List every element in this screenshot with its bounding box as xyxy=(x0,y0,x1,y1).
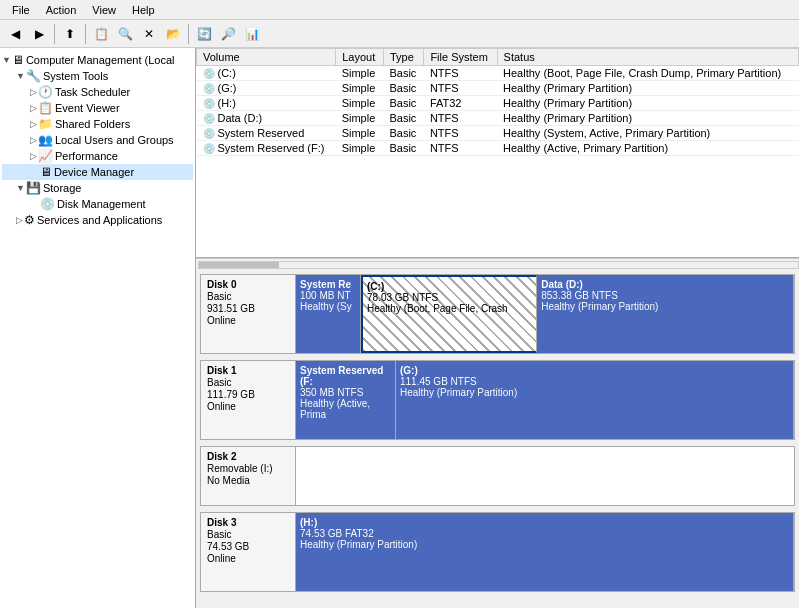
tree-storage[interactable]: ▼ 💾 Storage xyxy=(2,180,193,196)
table-row[interactable]: 💿System Reserved (F:) Simple Basic NTFS … xyxy=(197,141,799,156)
disk-name: Disk 2 xyxy=(207,451,289,462)
cell-fs: NTFS xyxy=(424,111,497,126)
disk-info: Disk 1 Basic 111.79 GB Online xyxy=(201,361,296,439)
tree-root-item[interactable]: ▼ 🖥 Computer Management (Local xyxy=(2,52,193,68)
event-label: Event Viewer xyxy=(55,102,120,114)
cell-fs: NTFS xyxy=(424,141,497,156)
col-volume[interactable]: Volume xyxy=(197,49,336,66)
table-row[interactable]: 💿System Reserved Simple Basic NTFS Healt… xyxy=(197,126,799,141)
tree-event-viewer[interactable]: ▷ 📋 Event Viewer xyxy=(2,100,193,116)
cell-fs: FAT32 xyxy=(424,96,497,111)
services-expand: ▷ xyxy=(16,215,23,225)
toolbar-sep2 xyxy=(85,24,86,44)
menu-help[interactable]: Help xyxy=(124,4,163,16)
tree-task-scheduler[interactable]: ▷ 🕐 Task Scheduler xyxy=(2,84,193,100)
part-name: (H:) xyxy=(300,517,789,528)
partition-block[interactable]: System Re 100 MB NT Healthy (Sy xyxy=(296,275,361,353)
tree-system-tools[interactable]: ▼ 🔧 System Tools xyxy=(2,68,193,84)
toolbar-search[interactable]: 🔍 xyxy=(114,23,136,45)
part-name: (G:) xyxy=(400,365,789,376)
system-tools-label: System Tools xyxy=(43,70,108,82)
cell-volume: 💿System Reserved xyxy=(197,126,336,141)
part-size: 111.45 GB NTFS xyxy=(400,376,789,387)
col-layout[interactable]: Layout xyxy=(336,49,384,66)
task-icon: 🕐 xyxy=(38,85,53,99)
partition-block[interactable]: System Reserved (F: 350 MB NTFS Healthy … xyxy=(296,361,396,439)
toolbar-export[interactable]: 🔎 xyxy=(217,23,239,45)
table-row[interactable]: 💿Data (D:) Simple Basic NTFS Healthy (Pr… xyxy=(197,111,799,126)
table-row[interactable]: 💿(H:) Simple Basic FAT32 Healthy (Primar… xyxy=(197,96,799,111)
cell-status: Healthy (Primary Partition) xyxy=(497,81,798,96)
cell-type: Basic xyxy=(383,111,423,126)
menu-action[interactable]: Action xyxy=(38,4,85,16)
toolbar-properties[interactable]: 📂 xyxy=(162,23,184,45)
tree-root: ▼ 🖥 Computer Management (Local ▼ 🔧 Syste… xyxy=(0,48,195,232)
partition-block[interactable]: Data (D:) 853.38 GB NTFS Healthy (Primar… xyxy=(537,275,794,353)
perf-expand: ▷ xyxy=(30,151,37,161)
col-type[interactable]: Type xyxy=(383,49,423,66)
task-label: Task Scheduler xyxy=(55,86,130,98)
tree-performance[interactable]: ▷ 📈 Performance xyxy=(2,148,193,164)
disk-name: Disk 3 xyxy=(207,517,289,528)
volume-table-area[interactable]: Volume Layout Type File System Status 💿(… xyxy=(196,48,799,258)
part-status: Healthy (Boot, Page File, Crash xyxy=(367,303,532,314)
tree-shared-folders[interactable]: ▷ 📁 Shared Folders xyxy=(2,116,193,132)
toolbar-forward[interactable]: ▶ xyxy=(28,23,50,45)
disk-name: Disk 1 xyxy=(207,365,289,376)
storage-icon: 💾 xyxy=(26,181,41,195)
users-expand: ▷ xyxy=(30,135,37,145)
cell-layout: Simple xyxy=(336,141,384,156)
cell-fs: NTFS xyxy=(424,66,497,81)
tree-disk-management[interactable]: 💿 Disk Management xyxy=(2,196,193,212)
menu-view[interactable]: View xyxy=(84,4,124,16)
event-expand: ▷ xyxy=(30,103,37,113)
partition-block[interactable]: (H:) 74.53 GB FAT32 Healthy (Primary Par… xyxy=(296,513,794,591)
tree-device-manager[interactable]: 🖥 Device Manager xyxy=(2,164,193,180)
cell-layout: Simple xyxy=(336,66,384,81)
disk-partitions: System Reserved (F: 350 MB NTFS Healthy … xyxy=(296,361,794,439)
disk-row: Disk 3 Basic 74.53 GB Online (H:) 74.53 … xyxy=(200,512,795,592)
disk-type: Basic xyxy=(207,291,289,302)
toolbar-back[interactable]: ◀ xyxy=(4,23,26,45)
table-row[interactable]: 💿(C:) Simple Basic NTFS Healthy (Boot, P… xyxy=(197,66,799,81)
disk-size: 74.53 GB xyxy=(207,541,289,552)
users-icon: 👥 xyxy=(38,133,53,147)
part-name: Data (D:) xyxy=(541,279,789,290)
disk-mgmt-label: Disk Management xyxy=(57,198,146,210)
services-label: Services and Applications xyxy=(37,214,162,226)
table-hscroll[interactable] xyxy=(196,258,799,270)
col-filesystem[interactable]: File System xyxy=(424,49,497,66)
toolbar-refresh[interactable]: 🔄 xyxy=(193,23,215,45)
cell-volume: 💿System Reserved (F:) xyxy=(197,141,336,156)
main-area: ▼ 🖥 Computer Management (Local ▼ 🔧 Syste… xyxy=(0,48,799,608)
shared-label: Shared Folders xyxy=(55,118,130,130)
toolbar: ◀ ▶ ⬆ 📋 🔍 ✕ 📂 🔄 🔎 📊 xyxy=(0,20,799,48)
part-size: 78.03 GB NTFS xyxy=(367,292,532,303)
part-status: Healthy (Primary Partition) xyxy=(541,301,789,312)
system-tools-icon: 🔧 xyxy=(26,69,41,83)
table-row[interactable]: 💿(G:) Simple Basic NTFS Healthy (Primary… xyxy=(197,81,799,96)
partition-block[interactable]: (C:) 78.03 GB NTFS Healthy (Boot, Page F… xyxy=(361,275,537,353)
shared-icon: 📁 xyxy=(38,117,53,131)
tree-root-label: Computer Management (Local xyxy=(26,54,175,66)
device-label: Device Manager xyxy=(54,166,134,178)
toolbar-help[interactable]: 📊 xyxy=(241,23,263,45)
tree-services[interactable]: ▷ ⚙ Services and Applications xyxy=(2,212,193,228)
tree-local-users[interactable]: ▷ 👥 Local Users and Groups xyxy=(2,132,193,148)
right-panel: Volume Layout Type File System Status 💿(… xyxy=(196,48,799,608)
part-size: 853.38 GB NTFS xyxy=(541,290,789,301)
disk-status: Online xyxy=(207,315,289,326)
partition-block[interactable]: (G:) 111.45 GB NTFS Healthy (Primary Par… xyxy=(396,361,794,439)
cell-fs: NTFS xyxy=(424,126,497,141)
col-status[interactable]: Status xyxy=(497,49,798,66)
menu-file[interactable]: File xyxy=(4,4,38,16)
toolbar-show-hide[interactable]: 📋 xyxy=(90,23,112,45)
toolbar-up[interactable]: ⬆ xyxy=(59,23,81,45)
storage-label: Storage xyxy=(43,182,82,194)
disk-partitions: System Re 100 MB NT Healthy (Sy (C:) 78.… xyxy=(296,275,794,353)
part-status: Healthy (Primary Partition) xyxy=(400,387,789,398)
cell-type: Basic xyxy=(383,66,423,81)
disk-mgmt-icon: 💿 xyxy=(40,197,55,211)
toolbar-delete[interactable]: ✕ xyxy=(138,23,160,45)
disk-type: Removable (I:) xyxy=(207,463,289,474)
